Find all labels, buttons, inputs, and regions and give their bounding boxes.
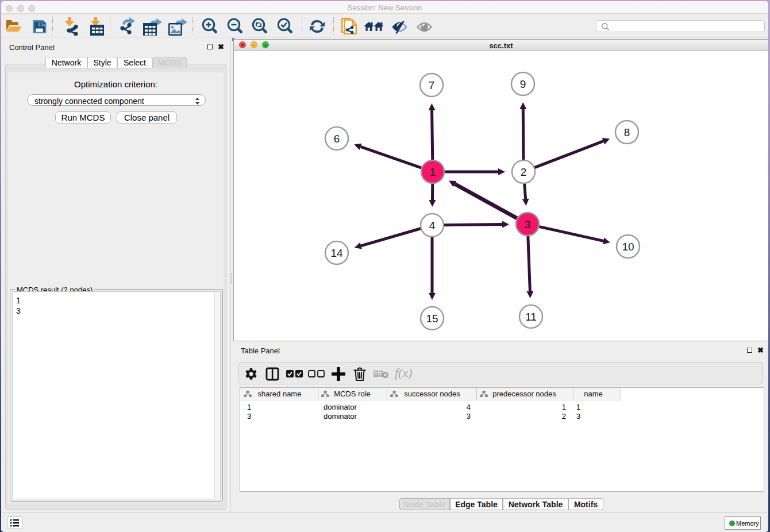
svg-text:2: 2 (521, 166, 527, 178)
svg-text:1: 1 (430, 166, 436, 178)
svg-text:9: 9 (520, 78, 526, 90)
svg-text:10: 10 (622, 241, 634, 253)
svg-text:6: 6 (334, 133, 340, 145)
svg-text:8: 8 (624, 126, 630, 138)
svg-text:3: 3 (525, 218, 531, 230)
svg-text:4: 4 (429, 219, 436, 232)
svg-text:14: 14 (330, 247, 343, 259)
svg-text:11: 11 (525, 311, 537, 323)
svg-text:15: 15 (426, 313, 438, 325)
svg-text:7: 7 (429, 79, 435, 91)
